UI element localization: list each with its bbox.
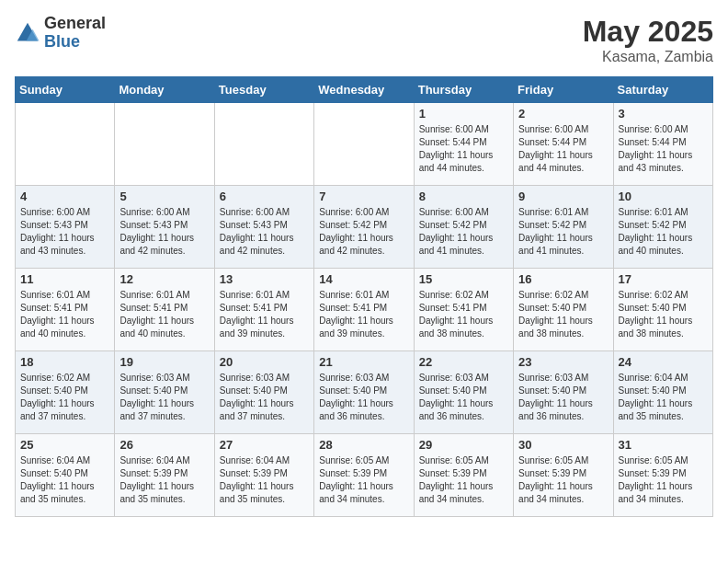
day-number: 14 [319,272,408,286]
day-cell: 27Sunrise: 6:04 AM Sunset: 5:39 PM Dayli… [214,434,313,517]
day-cell: 9Sunrise: 6:01 AM Sunset: 5:42 PM Daylig… [514,186,613,269]
day-cell: 23Sunrise: 6:03 AM Sunset: 5:40 PM Dayli… [514,351,613,434]
day-info: Sunrise: 6:05 AM Sunset: 5:39 PM Dayligh… [518,454,608,506]
day-info: Sunrise: 6:04 AM Sunset: 5:39 PM Dayligh… [220,454,309,506]
day-number: 2 [518,107,608,121]
day-number: 10 [619,190,708,203]
header-cell-thursday: Thursday [414,77,513,103]
day-cell: 8Sunrise: 6:00 AM Sunset: 5:42 PM Daylig… [414,186,513,269]
day-number: 31 [619,438,708,452]
logo: General Blue [15,15,106,52]
day-info: Sunrise: 6:03 AM Sunset: 5:40 PM Dayligh… [119,372,209,423]
week-row-1: 1Sunrise: 6:00 AM Sunset: 5:44 PM Daylig… [16,103,713,186]
calendar-table: SundayMondayTuesdayWednesdayThursdayFrid… [15,76,713,517]
day-cell [214,103,313,186]
day-number: 21 [319,355,408,369]
header-cell-tuesday: Tuesday [214,77,313,103]
day-cell: 4Sunrise: 6:00 AM Sunset: 5:43 PM Daylig… [16,186,115,269]
day-number: 19 [119,355,209,369]
day-info: Sunrise: 6:04 AM Sunset: 5:40 PM Dayligh… [20,454,109,506]
day-info: Sunrise: 6:00 AM Sunset: 5:44 PM Dayligh… [419,123,508,175]
day-info: Sunrise: 6:05 AM Sunset: 5:39 PM Dayligh… [419,454,508,506]
day-number: 27 [220,438,309,452]
day-cell: 3Sunrise: 6:00 AM Sunset: 5:44 PM Daylig… [613,103,712,186]
day-number: 29 [419,438,508,452]
header-cell-wednesday: Wednesday [314,77,414,103]
day-number: 8 [419,190,508,203]
header-cell-monday: Monday [115,77,214,103]
header-row: SundayMondayTuesdayWednesdayThursdayFrid… [16,77,713,103]
day-info: Sunrise: 6:03 AM Sunset: 5:40 PM Dayligh… [220,372,309,423]
day-number: 6 [220,190,309,203]
week-row-5: 25Sunrise: 6:04 AM Sunset: 5:40 PM Dayli… [16,434,713,517]
day-info: Sunrise: 6:00 AM Sunset: 5:44 PM Dayligh… [518,123,608,175]
day-cell [16,103,115,186]
header-cell-sunday: Sunday [16,77,115,103]
day-number: 13 [220,272,309,286]
day-number: 16 [518,272,608,286]
day-number: 18 [20,355,109,369]
day-cell: 22Sunrise: 6:03 AM Sunset: 5:40 PM Dayli… [414,351,513,434]
day-info: Sunrise: 6:01 AM Sunset: 5:42 PM Dayligh… [518,206,608,258]
day-number: 22 [419,355,508,369]
day-cell [314,103,414,186]
day-cell: 13Sunrise: 6:01 AM Sunset: 5:41 PM Dayli… [214,269,313,351]
day-number: 5 [119,190,209,203]
day-number: 30 [518,438,608,452]
day-info: Sunrise: 6:02 AM Sunset: 5:41 PM Dayligh… [419,289,508,340]
day-number: 11 [20,272,109,286]
day-cell: 1Sunrise: 6:00 AM Sunset: 5:44 PM Daylig… [414,103,513,186]
week-row-4: 18Sunrise: 6:02 AM Sunset: 5:40 PM Dayli… [16,351,713,434]
day-info: Sunrise: 6:01 AM Sunset: 5:41 PM Dayligh… [220,289,309,340]
day-number: 7 [319,190,408,203]
day-number: 20 [220,355,309,369]
day-cell: 16Sunrise: 6:02 AM Sunset: 5:40 PM Dayli… [514,269,613,351]
day-info: Sunrise: 6:01 AM Sunset: 5:42 PM Dayligh… [619,206,708,258]
day-cell: 17Sunrise: 6:02 AM Sunset: 5:40 PM Dayli… [613,269,712,351]
day-number: 3 [619,107,708,121]
day-cell: 20Sunrise: 6:03 AM Sunset: 5:40 PM Dayli… [214,351,313,434]
day-number: 12 [119,272,209,286]
day-number: 4 [20,190,109,203]
day-cell: 12Sunrise: 6:01 AM Sunset: 5:41 PM Dayli… [115,269,214,351]
day-number: 15 [419,272,508,286]
day-cell: 11Sunrise: 6:01 AM Sunset: 5:41 PM Dayli… [16,269,115,351]
day-cell: 6Sunrise: 6:00 AM Sunset: 5:43 PM Daylig… [214,186,313,269]
day-cell: 5Sunrise: 6:00 AM Sunset: 5:43 PM Daylig… [115,186,214,269]
day-number: 28 [319,438,408,452]
day-cell: 21Sunrise: 6:03 AM Sunset: 5:40 PM Dayli… [314,351,414,434]
day-cell: 15Sunrise: 6:02 AM Sunset: 5:41 PM Dayli… [414,269,513,351]
header-cell-friday: Friday [514,77,613,103]
day-cell: 14Sunrise: 6:01 AM Sunset: 5:41 PM Dayli… [314,269,414,351]
week-row-2: 4Sunrise: 6:00 AM Sunset: 5:43 PM Daylig… [16,186,713,269]
day-info: Sunrise: 6:00 AM Sunset: 5:42 PM Dayligh… [319,206,408,258]
day-info: Sunrise: 6:03 AM Sunset: 5:40 PM Dayligh… [518,372,608,423]
day-info: Sunrise: 6:02 AM Sunset: 5:40 PM Dayligh… [20,372,109,423]
day-cell: 7Sunrise: 6:00 AM Sunset: 5:42 PM Daylig… [314,186,414,269]
day-cell: 26Sunrise: 6:04 AM Sunset: 5:39 PM Dayli… [115,434,214,517]
calendar-title: May 2025 [583,15,713,49]
day-number: 25 [20,438,109,452]
day-info: Sunrise: 6:01 AM Sunset: 5:41 PM Dayligh… [20,289,109,340]
day-info: Sunrise: 6:04 AM Sunset: 5:40 PM Dayligh… [619,372,708,423]
day-cell: 10Sunrise: 6:01 AM Sunset: 5:42 PM Dayli… [613,186,712,269]
logo-icon [15,20,40,46]
calendar-subtitle: Kasama, Zambia [583,49,713,65]
day-number: 1 [419,107,508,121]
day-info: Sunrise: 6:00 AM Sunset: 5:43 PM Dayligh… [119,206,209,258]
day-cell: 25Sunrise: 6:04 AM Sunset: 5:40 PM Dayli… [16,434,115,517]
day-cell: 30Sunrise: 6:05 AM Sunset: 5:39 PM Dayli… [514,434,613,517]
day-number: 17 [619,272,708,286]
day-cell: 24Sunrise: 6:04 AM Sunset: 5:40 PM Dayli… [613,351,712,434]
day-cell: 31Sunrise: 6:05 AM Sunset: 5:39 PM Dayli… [613,434,712,517]
day-number: 9 [518,190,608,203]
day-info: Sunrise: 6:03 AM Sunset: 5:40 PM Dayligh… [419,372,508,423]
day-info: Sunrise: 6:01 AM Sunset: 5:41 PM Dayligh… [119,289,209,340]
day-info: Sunrise: 6:01 AM Sunset: 5:41 PM Dayligh… [319,289,408,340]
logo-text: General Blue [44,15,106,52]
day-cell [115,103,214,186]
day-cell: 19Sunrise: 6:03 AM Sunset: 5:40 PM Dayli… [115,351,214,434]
day-info: Sunrise: 6:02 AM Sunset: 5:40 PM Dayligh… [619,289,708,340]
day-info: Sunrise: 6:00 AM Sunset: 5:43 PM Dayligh… [220,206,309,258]
day-info: Sunrise: 6:02 AM Sunset: 5:40 PM Dayligh… [518,289,608,340]
